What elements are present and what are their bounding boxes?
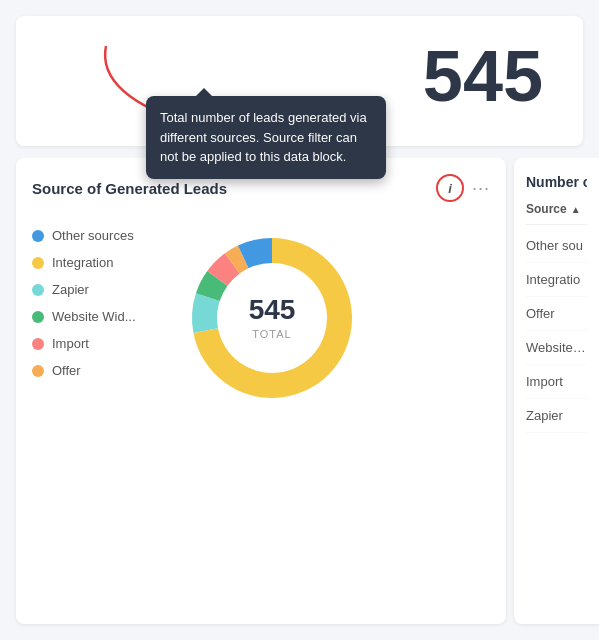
right-row: Zapier	[526, 399, 587, 433]
legend-dot	[32, 230, 44, 242]
right-table: Source ▲ Other souIntegratioOfferWebsite…	[526, 202, 587, 433]
right-row: Integratio	[526, 263, 587, 297]
legend-item: Integration	[32, 255, 152, 270]
right-table-header: Source ▲	[526, 202, 587, 225]
right-panel: Number o Source ▲ Other souIntegratioOff…	[514, 158, 599, 624]
tooltip-text: Total number of leads generated via diff…	[160, 110, 367, 164]
donut-chart: 545 TOTAL	[172, 218, 372, 418]
donut-center: 545 TOTAL	[249, 296, 296, 340]
card-title: Source of Generated Leads	[32, 180, 227, 197]
legend-label: Integration	[52, 255, 113, 270]
right-row: Import	[526, 365, 587, 399]
right-panel-title: Number o	[526, 174, 587, 190]
legend-item: Zapier	[32, 282, 152, 297]
legend-label: Import	[52, 336, 89, 351]
tooltip: Total number of leads generated via diff…	[146, 96, 386, 179]
source-column-header: Source	[526, 202, 567, 216]
legend-dot	[32, 338, 44, 350]
leads-card: Source of Generated Leads i ··· Other so…	[16, 158, 506, 624]
right-rows-container: Other souIntegratioOfferWebsite WiImport…	[526, 229, 587, 433]
main-container: Total number of leads generated via diff…	[0, 0, 599, 640]
legend-label: Offer	[52, 363, 81, 378]
legend-item: Website Wid...	[32, 309, 152, 324]
legend-dot	[32, 311, 44, 323]
donut-total-label: TOTAL	[249, 328, 296, 340]
legend-item: Offer	[32, 363, 152, 378]
card-content: Other sources Integration Zapier Website…	[32, 218, 490, 418]
legend: Other sources Integration Zapier Website…	[32, 228, 152, 378]
stat-card: Total number of leads generated via diff…	[16, 16, 583, 146]
info-button[interactable]: i	[436, 174, 464, 202]
bottom-row: Source of Generated Leads i ··· Other so…	[0, 158, 599, 640]
more-options-button[interactable]: ···	[472, 178, 490, 199]
legend-dot	[32, 257, 44, 269]
card-actions: i ···	[436, 174, 490, 202]
legend-item: Other sources	[32, 228, 152, 243]
legend-dot	[32, 365, 44, 377]
legend-label: Website Wid...	[52, 309, 136, 324]
sort-icon: ▲	[571, 204, 581, 215]
legend-label: Other sources	[52, 228, 134, 243]
donut-total-number: 545	[249, 296, 296, 324]
legend-label: Zapier	[52, 282, 89, 297]
right-row: Offer	[526, 297, 587, 331]
legend-item: Import	[32, 336, 152, 351]
legend-dot	[32, 284, 44, 296]
right-row: Other sou	[526, 229, 587, 263]
stat-number: 545	[423, 40, 563, 112]
right-row: Website Wi	[526, 331, 587, 365]
